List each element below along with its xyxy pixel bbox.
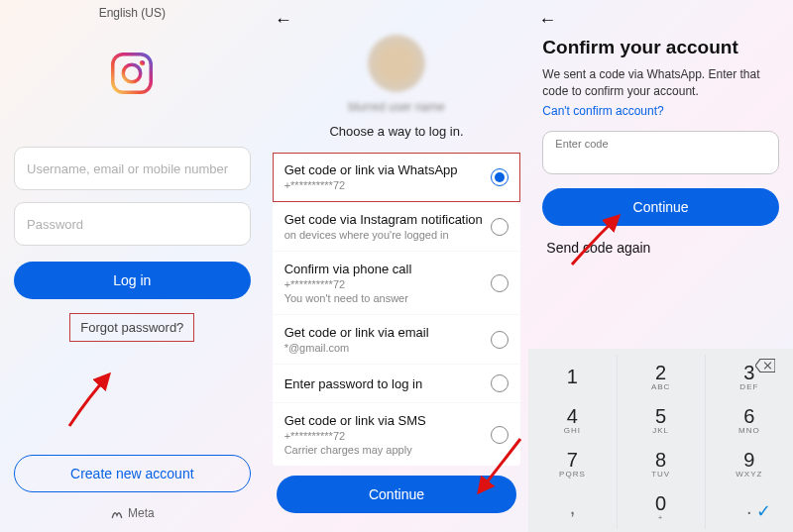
- meta-brand: Meta: [0, 500, 265, 532]
- keypad-key[interactable]: 6MNO: [706, 398, 793, 442]
- submit-check-key[interactable]: ✓: [756, 500, 771, 522]
- username-input[interactable]: Username, email or mobile number: [14, 147, 251, 190]
- enter-code-input[interactable]: Enter code: [542, 131, 779, 174]
- choose-login-panel: ← blurred user name Choose a way to log …: [265, 0, 529, 532]
- avatar-name: blurred user name: [348, 100, 444, 114]
- continue-button[interactable]: Continue: [277, 476, 517, 513]
- option-title: Get code or link via email: [284, 325, 492, 340]
- confirm-account-panel: ← Confirm your account We sent a code vi…: [528, 0, 793, 532]
- option-title: Get code or link via WhatsApp: [284, 162, 492, 177]
- keypad-key[interactable]: 1: [528, 355, 617, 398]
- login-options-list: Get code or link via WhatsApp+**********…: [273, 153, 521, 466]
- login-option[interactable]: Get code via Instagram notificationon de…: [273, 202, 521, 252]
- login-option[interactable]: Get code or link via email*@gmail.com: [273, 315, 521, 365]
- keypad-key[interactable]: 8TUV: [618, 442, 706, 485]
- option-subtitle: *@gmail.com: [284, 342, 492, 354]
- option-subtitle: +**********72: [284, 179, 492, 191]
- username-placeholder: Username, email or mobile number: [27, 161, 228, 176]
- login-option[interactable]: Get code or link via SMS+**********72Car…: [273, 403, 521, 466]
- radio-icon[interactable]: [491, 168, 509, 186]
- language-selector[interactable]: English (US): [0, 0, 265, 22]
- keypad-key[interactable]: 4GHI: [528, 398, 617, 442]
- logo-wrap: [0, 46, 265, 101]
- avatar: [368, 35, 425, 92]
- option-title: Enter password to log in: [284, 376, 492, 391]
- svg-point-1: [124, 64, 142, 82]
- meta-label: Meta: [128, 506, 155, 520]
- login-button[interactable]: Log in: [14, 262, 251, 299]
- cant-confirm-link[interactable]: Can't confirm account?: [542, 104, 663, 118]
- radio-icon[interactable]: [491, 374, 509, 392]
- confirm-title: Confirm your account: [542, 37, 779, 58]
- keypad-key[interactable]: 2ABC: [618, 355, 706, 398]
- svg-rect-0: [113, 54, 152, 93]
- keypad-key[interactable]: 7PQRS: [528, 442, 617, 485]
- login-panel: English (US) Username, email or mobile n…: [0, 0, 265, 532]
- backspace-key[interactable]: [755, 359, 775, 376]
- option-subtitle: on devices where you're logged in: [284, 229, 492, 241]
- radio-icon[interactable]: [491, 426, 509, 444]
- login-option[interactable]: Confirm via phone call+**********72You w…: [273, 252, 521, 315]
- keypad-key[interactable]: .: [706, 485, 793, 529]
- choose-subtitle: Choose a way to log in.: [329, 124, 463, 139]
- option-title: Get code or link via SMS: [284, 413, 492, 428]
- radio-icon[interactable]: [491, 331, 509, 349]
- option-subtitle: +**********72: [284, 278, 492, 290]
- create-account-button[interactable]: Create new account: [14, 455, 251, 492]
- login-option[interactable]: Get code or link via WhatsApp+**********…: [273, 153, 521, 202]
- option-subtitle: +**********72: [284, 430, 492, 442]
- code-label: Enter code: [555, 138, 608, 150]
- confirm-continue-button[interactable]: Continue: [542, 188, 779, 226]
- keypad-key[interactable]: 3DEF: [706, 355, 793, 398]
- keypad-key[interactable]: 9WXYZ: [706, 442, 793, 485]
- password-input[interactable]: Password: [14, 202, 251, 246]
- option-subtitle: Carrier charges may apply: [284, 444, 492, 456]
- login-option[interactable]: Enter password to log in: [273, 365, 521, 403]
- forgot-password-link[interactable]: Forgot password?: [69, 313, 194, 342]
- back-arrow-icon[interactable]: ←: [275, 10, 292, 30]
- option-title: Confirm via phone call: [284, 262, 492, 276]
- instagram-logo-icon: [104, 46, 160, 101]
- avatar-section: blurred user name Choose a way to log in…: [265, 35, 529, 139]
- svg-point-2: [140, 60, 145, 65]
- option-title: Get code via Instagram notification: [284, 212, 492, 227]
- keypad-key[interactable]: ,: [528, 485, 617, 529]
- radio-icon[interactable]: [491, 274, 509, 292]
- keypad-key[interactable]: 0+: [618, 485, 706, 529]
- keypad-key[interactable]: 5JKL: [618, 398, 706, 442]
- back-arrow-icon[interactable]: ←: [538, 10, 556, 30]
- send-code-again-link[interactable]: Send code again: [546, 240, 775, 256]
- password-placeholder: Password: [27, 217, 83, 232]
- confirm-description: We sent a code via WhatsApp. Enter that …: [542, 66, 779, 100]
- radio-icon[interactable]: [491, 218, 509, 236]
- option-subtitle: You won't need to answer: [284, 292, 492, 304]
- numeric-keypad: 12ABC3DEF4GHI5JKL6MNO7PQRS8TUV9WXYZ,0+.✓: [528, 349, 793, 532]
